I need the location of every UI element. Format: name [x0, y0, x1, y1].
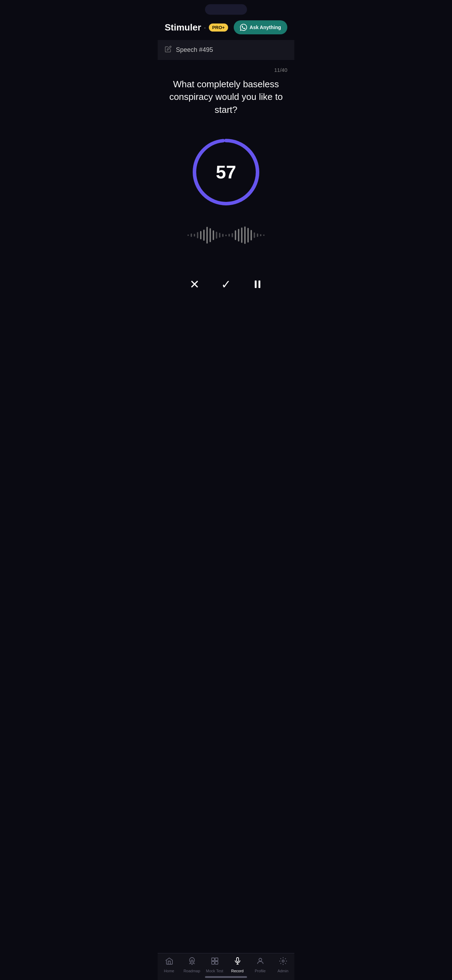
- timer-circle: 57: [191, 137, 261, 207]
- svg-rect-2: [255, 281, 256, 288]
- ask-anything-button[interactable]: Ask Anything: [234, 20, 287, 34]
- pause-icon: [252, 278, 263, 290]
- pro-badge: PRO+: [209, 24, 228, 32]
- status-pill: [205, 4, 247, 15]
- timer-container: 57: [158, 137, 294, 207]
- question-area: 11/40 What completely baseless conspirac…: [158, 61, 294, 116]
- timer-value: 57: [216, 162, 236, 183]
- pause-button[interactable]: [247, 274, 268, 295]
- whatsapp-icon: [240, 24, 247, 31]
- close-button[interactable]: ✕: [184, 274, 205, 295]
- speech-title-bar[interactable]: Speech #495: [158, 40, 294, 60]
- header-left: Stimuler · PRO+: [165, 22, 228, 33]
- svg-rect-3: [259, 281, 260, 288]
- separator: ·: [204, 24, 206, 32]
- check-icon: ✓: [221, 277, 231, 291]
- app-title: Stimuler: [165, 22, 201, 33]
- close-icon: ✕: [189, 277, 199, 291]
- edit-icon: [165, 46, 172, 54]
- question-counter: 11/40: [165, 67, 287, 73]
- header: Stimuler · PRO+ Ask Anything: [158, 17, 294, 40]
- confirm-button[interactable]: ✓: [215, 274, 237, 295]
- status-bar: [158, 0, 294, 17]
- ask-button-label: Ask Anything: [250, 24, 281, 30]
- controls: ✕ ✓: [158, 274, 294, 295]
- speech-title: Speech #495: [176, 46, 213, 54]
- waveform: [158, 225, 294, 246]
- question-text: What completely baseless conspiracy woul…: [165, 78, 287, 116]
